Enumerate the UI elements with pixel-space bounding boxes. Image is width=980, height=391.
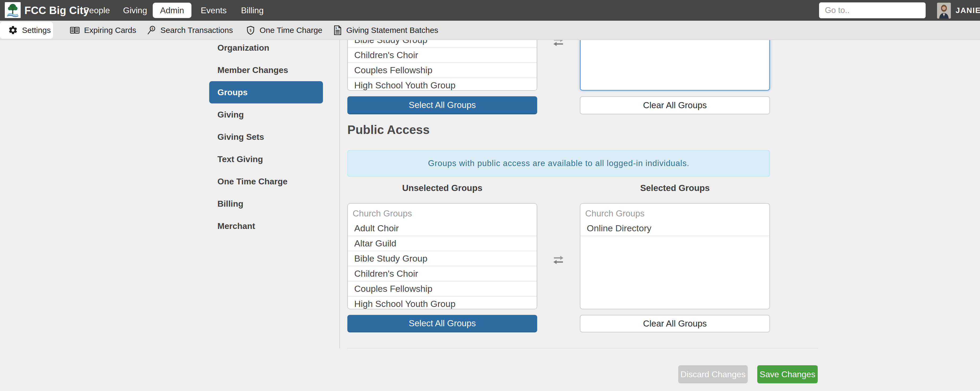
group-list-header: Church Groups bbox=[581, 206, 770, 221]
group-option[interactable]: Children's Choir bbox=[348, 267, 537, 281]
top-navbar: FCC Big City People Giving Admin Events … bbox=[0, 0, 980, 21]
gear-icon bbox=[8, 25, 18, 35]
sidebar-item-groups[interactable]: Groups bbox=[209, 81, 323, 104]
sidebar-divider bbox=[339, 40, 340, 348]
top-unselected-group-items: Bible Study GroupChildren's ChoirCouples… bbox=[348, 33, 537, 91]
group-option[interactable]: Bible Study Group bbox=[348, 251, 537, 267]
toolbar-item-search-transactions[interactable]: $ Search Transactions bbox=[146, 21, 233, 40]
public-unselected-group-items: Adult ChoirAltar GuildBible Study GroupC… bbox=[348, 221, 537, 309]
settings-sidebar: Organization Member Changes Groups Givin… bbox=[209, 37, 323, 237]
swap-arrows-icon bbox=[552, 255, 565, 265]
top-clear-all-groups-button[interactable]: Clear All Groups bbox=[580, 96, 770, 114]
nav-item-giving[interactable]: Giving bbox=[123, 0, 147, 21]
toolbar-item-label: One Time Charge bbox=[259, 26, 323, 35]
public-unselected-groups-list: Church Groups Adult ChoirAltar GuildBibl… bbox=[347, 203, 537, 309]
footer-divider bbox=[347, 348, 818, 349]
group-list-header: Church Groups bbox=[348, 206, 537, 221]
shield-dollar-icon: $ bbox=[245, 25, 256, 35]
unselected-groups-heading: Unselected Groups bbox=[347, 183, 537, 193]
group-option[interactable]: Altar Guild bbox=[348, 236, 537, 251]
discard-changes-button[interactable]: Discard Changes bbox=[678, 365, 748, 383]
nav-item-people[interactable]: People bbox=[84, 0, 110, 21]
sidebar-item-member-changes[interactable]: Member Changes bbox=[209, 59, 323, 81]
goto-search-input[interactable] bbox=[819, 2, 926, 18]
nav-item-events[interactable]: Events bbox=[201, 0, 227, 21]
toolbar-item-expiring-cards[interactable]: Expiring Cards bbox=[70, 21, 136, 40]
top-select-all-groups-button[interactable]: Select All Groups bbox=[347, 96, 537, 114]
selected-groups-heading: Selected Groups bbox=[580, 183, 770, 193]
public-selected-groups-list: Church Groups Online Directory bbox=[580, 203, 770, 309]
public-access-info-text: Groups with public access are available … bbox=[428, 159, 689, 168]
current-user-name[interactable]: JANIE bbox=[956, 0, 980, 21]
public-clear-all-groups-button[interactable]: Clear All Groups bbox=[580, 315, 770, 332]
toolbar-item-label: Search Transactions bbox=[161, 26, 233, 35]
avatar-photo bbox=[937, 3, 951, 19]
statement-icon: $ bbox=[333, 25, 342, 35]
sidebar-item-merchant[interactable]: Merchant bbox=[209, 215, 323, 237]
group-option[interactable]: High School Youth Group bbox=[348, 297, 537, 309]
group-option[interactable]: Adult Choir bbox=[348, 221, 537, 236]
group-option[interactable]: Couples Fellowship bbox=[348, 63, 537, 78]
sidebar-item-giving[interactable]: Giving bbox=[209, 104, 323, 126]
sidebar-item-billing[interactable]: Billing bbox=[209, 193, 323, 215]
search-dollar-icon: $ bbox=[146, 25, 156, 35]
public-access-info-alert: Groups with public access are available … bbox=[347, 150, 770, 177]
user-avatar[interactable] bbox=[937, 3, 951, 19]
group-option[interactable]: Children's Choir bbox=[348, 48, 537, 63]
svg-text:$: $ bbox=[151, 26, 154, 30]
svg-text:$: $ bbox=[336, 26, 337, 30]
public-selected-group-items: Online Directory bbox=[581, 221, 770, 236]
admin-toolbar: Settings Expiring Cards $ Search Transac… bbox=[0, 21, 980, 40]
toolbar-item-one-time-charge[interactable]: $ One Time Charge bbox=[245, 21, 323, 40]
toolbar-item-settings[interactable]: Settings bbox=[8, 21, 51, 40]
public-select-all-groups-button[interactable]: Select All Groups bbox=[347, 315, 537, 332]
toolbar-item-label: Expiring Cards bbox=[84, 26, 136, 35]
app-root: Bible Study GroupChildren's ChoirCouples… bbox=[0, 0, 980, 391]
church-logo bbox=[5, 2, 21, 18]
save-changes-button[interactable]: Save Changes bbox=[757, 365, 818, 383]
toolbar-item-giving-statement-batches[interactable]: $ Giving Statement Batches bbox=[333, 21, 438, 40]
sidebar-item-one-time-charge[interactable]: One Time Charge bbox=[209, 170, 323, 193]
sidebar-item-giving-sets[interactable]: Giving Sets bbox=[209, 126, 323, 148]
nav-item-admin[interactable]: Admin bbox=[153, 3, 191, 18]
public-access-title: Public Access bbox=[347, 123, 430, 137]
svg-text:$: $ bbox=[249, 28, 251, 32]
nav-item-billing[interactable]: Billing bbox=[241, 0, 264, 21]
toolbar-item-label: Giving Statement Batches bbox=[346, 26, 438, 35]
group-option[interactable]: Couples Fellowship bbox=[348, 281, 537, 297]
brand-title[interactable]: FCC Big City bbox=[24, 0, 89, 21]
toolbar-item-label: Settings bbox=[22, 26, 51, 35]
sidebar-item-text-giving[interactable]: Text Giving bbox=[209, 148, 323, 170]
group-option[interactable]: High School Youth Group bbox=[348, 78, 537, 91]
cards-icon bbox=[70, 26, 80, 35]
group-option[interactable]: Online Directory bbox=[581, 221, 770, 236]
tree-logo-icon bbox=[5, 2, 21, 18]
